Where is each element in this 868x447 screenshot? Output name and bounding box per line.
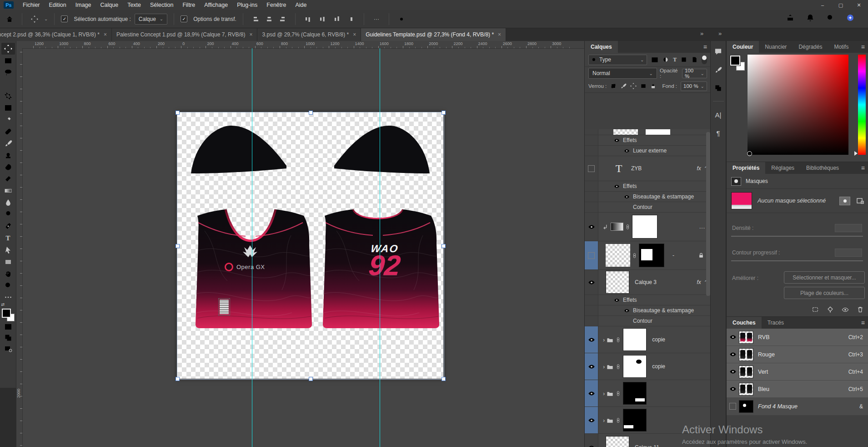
eye-icon[interactable] bbox=[624, 149, 630, 153]
document-tab-3[interactable]: 3.psd @ 29,7% (Calque 6, RVB/8) *× bbox=[257, 28, 361, 41]
layer-thumbnail[interactable] bbox=[731, 192, 752, 209]
eye-icon[interactable] bbox=[588, 224, 595, 229]
align-top-icon[interactable] bbox=[302, 13, 314, 25]
canvas-area[interactable]: 1200100080060040020002004006008001000120… bbox=[16, 41, 584, 447]
visibility-column[interactable] bbox=[585, 181, 598, 191]
add-vector-mask-icon[interactable] bbox=[856, 197, 864, 205]
visibility-checkbox[interactable] bbox=[588, 252, 595, 259]
align-right-icon[interactable] bbox=[277, 13, 289, 25]
document-tab-1[interactable]: tine Concept 2.psd @ 36,3% (Calque 1, RV… bbox=[0, 28, 112, 41]
visibility-column[interactable] bbox=[585, 213, 598, 241]
lock-paint-icon[interactable] bbox=[620, 83, 627, 89]
paragraph-icon[interactable]: ¶ bbox=[713, 128, 723, 138]
group-mask-thumbnail[interactable] bbox=[623, 328, 647, 351]
transform-handle[interactable] bbox=[442, 111, 446, 115]
expand-group-icon[interactable]: › bbox=[603, 363, 605, 370]
maximize-button[interactable]: ▢ bbox=[832, 0, 850, 10]
visibility-column[interactable] bbox=[727, 403, 739, 410]
home-icon[interactable] bbox=[4, 13, 15, 25]
extras-icon[interactable] bbox=[1, 343, 15, 354]
add-layer-mask-icon[interactable] bbox=[839, 197, 850, 205]
lock-artboard-icon[interactable] bbox=[640, 83, 647, 89]
quick-mask-mode-icon[interactable] bbox=[1, 321, 15, 332]
hue-slider[interactable] bbox=[858, 55, 866, 155]
layer-effect-row[interactable]: Biseautage & estampage bbox=[585, 305, 711, 316]
expand-group-icon[interactable]: › bbox=[603, 417, 605, 424]
comment-icon[interactable] bbox=[713, 46, 723, 56]
visibility-checkbox[interactable] bbox=[588, 165, 595, 172]
visibility-column[interactable] bbox=[727, 352, 739, 357]
channel-row[interactable]: BleuCtrl+5 bbox=[727, 381, 868, 398]
visibility-column[interactable] bbox=[585, 353, 598, 380]
tab-couleur[interactable]: Couleur bbox=[727, 41, 759, 53]
eye-icon[interactable] bbox=[588, 280, 595, 285]
eye-icon[interactable] bbox=[588, 445, 595, 447]
opacity-field[interactable]: 100 % ⌄ bbox=[682, 69, 707, 78]
expand-group-icon[interactable]: › bbox=[603, 336, 605, 343]
clone-source-icon[interactable] bbox=[713, 83, 723, 93]
visibility-checkbox[interactable] bbox=[729, 403, 736, 410]
more-align-options-icon[interactable]: ··· bbox=[371, 13, 382, 25]
visibility-column[interactable] bbox=[585, 129, 598, 135]
eye-icon[interactable] bbox=[729, 352, 737, 357]
search-icon[interactable] bbox=[824, 12, 836, 24]
foreground-color-swatch[interactable] bbox=[2, 309, 11, 318]
more-options-icon[interactable]: ... bbox=[699, 224, 705, 230]
tool-gradient[interactable] bbox=[1, 185, 15, 197]
share-icon[interactable] bbox=[784, 12, 796, 24]
eye-icon[interactable] bbox=[729, 386, 737, 391]
visibility-column[interactable] bbox=[727, 369, 739, 374]
apply-mask-icon[interactable] bbox=[827, 306, 834, 313]
tool-dodge[interactable] bbox=[1, 208, 15, 220]
eye-icon[interactable] bbox=[614, 298, 620, 302]
vertical-guide[interactable] bbox=[252, 48, 252, 447]
layers-scrollbar[interactable] bbox=[706, 132, 710, 296]
transform-handle[interactable] bbox=[176, 111, 180, 115]
vertical-guide[interactable] bbox=[380, 48, 380, 447]
foreground-color-swatch[interactable] bbox=[730, 56, 740, 66]
eye-icon[interactable] bbox=[729, 335, 737, 340]
panel-menu-icon[interactable]: ≡ bbox=[861, 319, 865, 326]
visibility-column[interactable] bbox=[585, 305, 598, 315]
filter-adjustment-layers-icon[interactable] bbox=[662, 56, 669, 63]
align-bottom-icon[interactable] bbox=[331, 13, 343, 25]
tab-proprits[interactable]: Propriétés bbox=[727, 162, 765, 174]
eye-icon[interactable] bbox=[624, 195, 630, 199]
group-mask-thumbnail[interactable] bbox=[623, 409, 647, 432]
tab-motifs[interactable]: Motifs bbox=[828, 41, 854, 53]
tool-history-brush[interactable] bbox=[1, 161, 15, 173]
tab-rglages[interactable]: Réglages bbox=[765, 162, 800, 174]
horizontal-ruler[interactable]: 1200100080060040020002004006008001000120… bbox=[16, 41, 584, 49]
eye-icon[interactable] bbox=[624, 309, 630, 313]
transform-handle[interactable] bbox=[442, 244, 446, 248]
document-tab-4[interactable]: Guidelines Template.psd @ 27,3% (Fond 4,… bbox=[361, 28, 506, 41]
menu-fichier[interactable]: Fichier bbox=[18, 1, 45, 9]
layer-group-row[interactable]: ›copie bbox=[585, 326, 711, 353]
eye-icon[interactable] bbox=[614, 138, 620, 142]
transform-handle[interactable] bbox=[442, 377, 446, 381]
menu-calque[interactable]: Calque bbox=[96, 1, 123, 9]
tool-healing-brush[interactable] bbox=[1, 126, 15, 137]
close-window-button[interactable]: ✕ bbox=[850, 0, 868, 10]
artboard[interactable]: Opera GX WAO 92 bbox=[177, 112, 443, 379]
visibility-column[interactable] bbox=[585, 241, 598, 269]
layer-thumbnail[interactable] bbox=[613, 129, 638, 135]
color-picker-marker[interactable] bbox=[747, 151, 752, 156]
lock-transparency-icon[interactable] bbox=[610, 83, 617, 89]
visibility-column[interactable] bbox=[727, 386, 739, 391]
layer-effect-row[interactable]: Effets bbox=[585, 295, 711, 305]
visibility-column[interactable] bbox=[727, 335, 739, 340]
mask-thumbnail[interactable] bbox=[632, 215, 657, 239]
select-and-mask-button[interactable]: Sélectionner et masquer... bbox=[784, 271, 865, 284]
disable-mask-eye-icon[interactable] bbox=[842, 306, 849, 313]
collapse-panels-icon[interactable]: » bbox=[718, 30, 721, 37]
group-name[interactable]: copie bbox=[652, 336, 665, 343]
saturation-brightness-field[interactable] bbox=[748, 55, 848, 155]
gear-icon[interactable] bbox=[396, 13, 407, 25]
menu-texte[interactable]: Texte bbox=[123, 1, 146, 9]
visibility-column[interactable] bbox=[585, 156, 598, 181]
visibility-column[interactable] bbox=[585, 146, 598, 156]
transform-handle[interactable] bbox=[309, 377, 313, 381]
visibility-column[interactable] bbox=[585, 316, 598, 326]
layer-effects-fx-badge[interactable]: fx bbox=[697, 165, 701, 172]
